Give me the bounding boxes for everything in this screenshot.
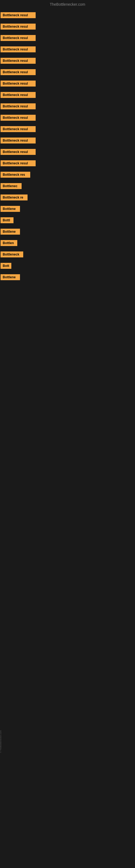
results-container: Bottleneck resulBottleneck resulBottlene… (0, 10, 135, 283)
result-row: Bottlene (0, 272, 135, 283)
result-row: Bottl (0, 215, 135, 226)
result-row: Bottleneck re (0, 192, 135, 203)
result-row: Bottleneck resul (0, 90, 135, 100)
bottleneck-label: Bottleneck resul (1, 69, 36, 75)
result-row: Bottleneck resul (0, 158, 135, 169)
result-row: Bottleneck (0, 249, 135, 260)
bottleneck-label: Bottleneck resul (1, 81, 36, 87)
result-row: Bott (0, 260, 135, 271)
bottleneck-label: Bottleneck resul (1, 92, 36, 98)
result-row: Bottleneck resul (0, 112, 135, 123)
result-row: Bottlene (0, 204, 135, 214)
bottleneck-label: Bottleneck re (1, 194, 28, 200)
bottleneck-label: Bottleneck resul (1, 160, 36, 166)
bottleneck-label: Bottlen (1, 240, 17, 246)
bottleneck-label: Bottleneck resul (1, 149, 36, 155)
result-row: Bottleneck resul (0, 55, 135, 66)
result-row: Bottleneck resul (0, 21, 135, 32)
bottleneck-label: Bottlenec (1, 183, 21, 189)
result-row: Bottleneck resul (0, 10, 135, 21)
bottleneck-label: Bottleneck resul (1, 12, 36, 18)
bottleneck-label: Bottl (1, 217, 13, 223)
bottleneck-label: Bottleneck resul (1, 126, 36, 132)
result-row: Bottleneck resul (0, 78, 135, 89)
bottleneck-label: Bottlene (1, 274, 20, 280)
bottleneck-label: Bottleneck resul (1, 137, 36, 144)
result-row: Bottlen (0, 238, 135, 248)
bottleneck-label: Bottleneck resul (1, 115, 36, 121)
site-header: TheBottlenecker.com (0, 0, 135, 10)
bottleneck-label: Bott (1, 263, 11, 269)
bottleneck-label: Bottlene (1, 229, 20, 235)
bottleneck-label: Bottleneck resul (1, 58, 36, 64)
result-row: Bottleneck resul (0, 33, 135, 43)
result-row: Bottleneck resul (0, 124, 135, 134)
bottleneck-label: Bottlene (1, 206, 20, 212)
result-row: Bottleneck resul (0, 135, 135, 146)
bottleneck-label: Bottleneck resul (1, 46, 36, 52)
bottleneck-label: Bottleneck (1, 251, 23, 257)
result-row: Bottleneck resul (0, 147, 135, 157)
result-row: Bottleneck resul (0, 101, 135, 112)
result-row: Bottlene (0, 226, 135, 237)
bottleneck-label: Bottleneck resul (1, 103, 36, 109)
bottleneck-label: Bottleneck res (1, 172, 30, 178)
result-row: Bottlenec (0, 181, 135, 191)
result-row: Bottleneck resul (0, 67, 135, 78)
site-title: TheBottlenecker.com (50, 2, 85, 6)
bottleneck-label: Bottleneck resul (1, 24, 36, 30)
watermark: © TheBottlenecker.com (0, 730, 2, 753)
result-row: Bottleneck resul (0, 44, 135, 55)
result-row: Bottleneck res (0, 169, 135, 180)
bottleneck-label: Bottleneck resul (1, 35, 36, 41)
